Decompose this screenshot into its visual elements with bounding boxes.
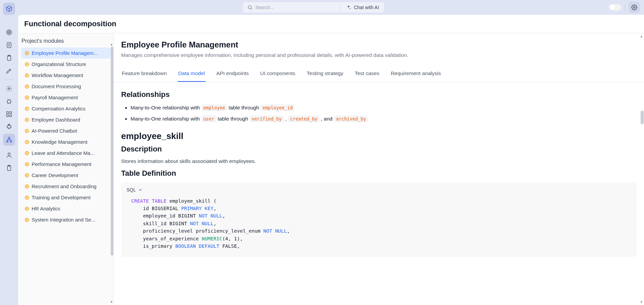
module-item[interactable]: Career Development (21, 170, 111, 181)
rail-pen-icon[interactable] (3, 65, 15, 77)
module-item[interactable]: Knowledge Management (21, 136, 111, 147)
scroll-down-icon[interactable]: ▼ (110, 300, 113, 304)
module-label: Leave and Attendance Ma... (32, 150, 95, 156)
topbar: Chat with AI (18, 0, 644, 15)
rail-hierarchy-icon[interactable] (3, 134, 15, 146)
svg-rect-8 (7, 112, 9, 114)
tab-ui-components[interactable]: UI components (259, 67, 296, 82)
svg-rect-13 (8, 137, 10, 139)
module-label: System Integration and Se... (32, 217, 95, 223)
module-label: Recruitment and Onboarding (32, 183, 97, 189)
svg-point-0 (7, 30, 12, 35)
code-lang-selector[interactable]: SQL (127, 187, 631, 193)
module-label: HR Analytics (32, 206, 60, 211)
module-label: Organizational Structure (32, 61, 86, 67)
module-label: Compensation Analytics (32, 106, 85, 111)
module-item[interactable]: Compensation Analytics (21, 103, 111, 114)
module-item[interactable]: Employee Profile Managem... (21, 47, 111, 59)
theme-toggle[interactable] (609, 4, 621, 11)
module-description: Manages comprehensive employee informati… (121, 52, 637, 58)
status-ring-icon (25, 73, 29, 77)
tab-test-cases[interactable]: Test cases (354, 67, 380, 82)
module-item[interactable]: Employee Dashboard (21, 114, 111, 125)
rail-user-icon[interactable] (3, 149, 15, 161)
svg-rect-9 (10, 112, 12, 114)
module-item[interactable]: Training and Development (21, 192, 111, 203)
detail-scroll-up-icon[interactable]: ▲ (640, 35, 643, 38)
svg-point-16 (8, 153, 10, 155)
status-ring-icon (25, 218, 29, 222)
tab-api-endpoints[interactable]: API endpoints (216, 67, 250, 82)
module-item[interactable]: System Integration and Se... (21, 214, 111, 225)
scroll-up-icon[interactable]: ▲ (110, 43, 113, 46)
rail-cube-icon[interactable] (3, 3, 15, 15)
search-group: Chat with AI (242, 2, 385, 13)
module-item[interactable]: Organizational Structure (21, 59, 111, 70)
module-label: Document Processing (32, 83, 81, 89)
table-name-heading: employee_skill (121, 131, 637, 141)
module-item[interactable]: Recruitment and Onboarding (21, 181, 111, 192)
status-ring-icon (25, 51, 29, 55)
rail-bug-icon[interactable] (3, 95, 15, 107)
status-ring-icon (25, 184, 29, 189)
module-item[interactable]: Payroll Management (21, 92, 111, 103)
tab-requirement-analysis[interactable]: Requirement analysis (390, 67, 441, 82)
search-box[interactable] (243, 2, 340, 13)
svg-rect-11 (10, 115, 12, 117)
relationships-heading: Relationships (121, 90, 637, 99)
search-input[interactable] (255, 5, 323, 10)
rail-clipboard-icon[interactable] (3, 52, 15, 64)
settings-button[interactable] (629, 2, 640, 13)
rail-gear-icon[interactable] (3, 82, 15, 95)
description-heading: Description (121, 145, 637, 154)
tab-testing-strategy[interactable]: Testing strategy (306, 67, 344, 82)
tabledef-heading: Table Definition (121, 169, 637, 178)
svg-rect-14 (7, 141, 8, 142)
search-icon (247, 5, 253, 10)
sidebar-title: Project's modules (18, 33, 113, 47)
svg-rect-15 (10, 141, 11, 142)
svg-point-20 (634, 7, 635, 8)
modules-sidebar: Project's modules Employee Profile Manag… (18, 33, 114, 305)
relationship-item: Many-to-One relationship with employee t… (131, 104, 637, 111)
module-item[interactable]: Performance Management (21, 159, 111, 170)
module-label: Employee Profile Managem... (32, 50, 98, 56)
module-item[interactable]: AI-Powered Chatbot (21, 125, 111, 136)
rail-paste-icon[interactable] (3, 162, 15, 174)
detail-panel: Employee Profile Management Manages comp… (114, 33, 644, 305)
status-ring-icon (25, 107, 29, 111)
tabs: Feature breakdownData modelAPI endpoints… (114, 67, 644, 82)
module-label: AI-Powered Chatbot (32, 128, 77, 134)
chat-with-ai-button[interactable]: Chat with AI (341, 2, 385, 13)
page-title: Functional decomposition (24, 20, 638, 28)
gear-icon (631, 4, 637, 10)
module-title: Employee Profile Management (121, 40, 637, 49)
status-ring-icon (25, 140, 29, 144)
rail-modules-icon[interactable] (3, 108, 15, 120)
status-ring-icon (25, 129, 29, 133)
icon-rail (0, 0, 18, 305)
module-label: Employee Dashboard (32, 117, 80, 123)
document-body: Relationships Many-to-One relationship w… (114, 82, 644, 270)
sparkle-icon (346, 5, 351, 10)
module-list[interactable]: Employee Profile Managem...Organizationa… (18, 47, 113, 305)
status-ring-icon (25, 96, 29, 100)
module-label: Knowledge Management (32, 139, 87, 145)
module-item[interactable]: Workflow Management (21, 70, 111, 81)
rail-puzzle-icon[interactable] (3, 121, 15, 133)
sidebar-scrollbar[interactable] (111, 47, 113, 256)
svg-point-6 (8, 88, 10, 90)
tab-data-model[interactable]: Data model (178, 67, 206, 82)
tab-feature-breakdown[interactable]: Feature breakdown (121, 67, 168, 82)
detail-scrollbar[interactable] (641, 111, 644, 124)
svg-point-1 (8, 31, 10, 34)
module-item[interactable]: Document Processing (21, 81, 111, 92)
module-item[interactable]: HR Analytics (21, 203, 111, 214)
status-ring-icon (25, 162, 29, 166)
description-text: Stores information about skills associat… (121, 158, 637, 164)
rail-doc-icon[interactable] (3, 39, 15, 51)
module-item[interactable]: Leave and Attendance Ma... (21, 147, 111, 159)
module-label: Training and Development (32, 195, 91, 200)
rail-target-icon[interactable] (3, 26, 15, 38)
detail-scroll-down-icon[interactable]: ▼ (640, 300, 643, 304)
